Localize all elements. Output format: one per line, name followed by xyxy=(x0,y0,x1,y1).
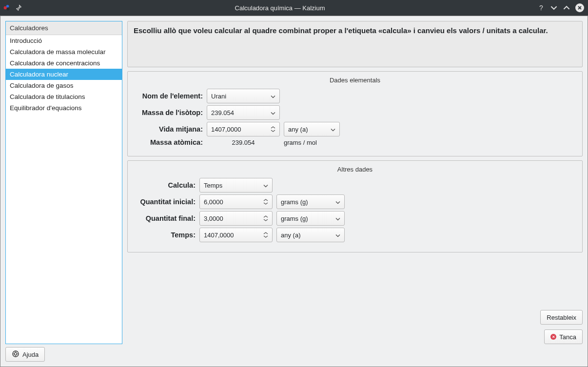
sidebar-item-molecular-mass[interactable]: Calculadora de massa molecular xyxy=(6,46,122,58)
spin-buttons-icon xyxy=(263,212,270,224)
time-spin[interactable]: 1407,0000 xyxy=(199,228,273,242)
svg-point-2 xyxy=(7,8,10,11)
final-amount-unit-select[interactable]: grams (g) xyxy=(276,211,345,226)
titlebar: Calculadora química — Kalzium ? xyxy=(0,0,588,16)
chevron-down-icon xyxy=(331,126,335,133)
group-other-data: Altres dades Calcula: Temps Quantitat in… xyxy=(127,160,583,252)
window-title: Calculadora química — Kalzium xyxy=(22,4,537,12)
calculate-select[interactable]: Temps xyxy=(199,178,273,193)
initial-amount-unit-select[interactable]: grams (g) xyxy=(276,194,345,209)
isotope-mass-label: Massa de l'isòtop: xyxy=(135,109,203,116)
initial-amount-label: Quantitat inicial: xyxy=(135,198,196,206)
sidebar-item-gas[interactable]: Calculadora de gasos xyxy=(6,80,122,91)
group1-title: Dades elementals xyxy=(135,77,575,84)
chevron-down-icon xyxy=(271,109,275,116)
sidebar-item-titration[interactable]: Calculadora de titulacions xyxy=(6,91,122,102)
close-dot-icon xyxy=(550,334,556,340)
halflife-unit-value: any (a) xyxy=(288,126,308,133)
atomic-mass-value: 239.054 xyxy=(207,139,280,146)
close-button[interactable]: Tanca xyxy=(544,329,583,344)
pin-icon[interactable] xyxy=(15,4,22,12)
minimize-icon[interactable] xyxy=(550,4,558,12)
element-name-value: Urani xyxy=(211,93,226,100)
sidebar-header: Calculadores xyxy=(6,21,122,35)
spin-buttons-icon xyxy=(271,123,277,135)
halflife-unit-select[interactable]: any (a) xyxy=(284,122,340,136)
app-icon xyxy=(3,4,11,12)
group-elemental-data: Dades elementals Nom de l'element: Urani… xyxy=(127,71,583,156)
sidebar-item-equation[interactable]: Equilibrador d'equacions xyxy=(6,102,122,114)
chevron-down-icon xyxy=(335,198,340,206)
chevron-down-icon xyxy=(271,93,275,100)
group2-title: Altres dades xyxy=(135,166,575,173)
chevron-down-icon xyxy=(335,232,340,239)
time-unit-select[interactable]: any (a) xyxy=(276,228,345,242)
isotope-mass-select[interactable]: 239.054 xyxy=(207,105,280,120)
window-body: Calculadores Introducció Calculadora de … xyxy=(0,16,588,367)
atomic-mass-label: Massa atòmica: xyxy=(135,138,203,146)
time-value: 1407,0000 xyxy=(204,232,234,239)
initial-amount-unit-value: grams (g) xyxy=(281,198,308,206)
help-ring-icon xyxy=(12,350,20,359)
close-icon[interactable] xyxy=(575,3,584,12)
close-button-label: Tanca xyxy=(559,333,576,341)
initial-amount-value: 6,0000 xyxy=(204,198,223,206)
halflife-spin[interactable]: 1407,0000 xyxy=(207,122,280,136)
spin-buttons-icon xyxy=(263,229,270,241)
reset-button[interactable]: Restableix xyxy=(540,310,583,325)
help-icon[interactable]: ? xyxy=(537,4,545,12)
final-amount-unit-value: grams (g) xyxy=(281,215,308,222)
element-name-select[interactable]: Urani xyxy=(207,89,280,103)
sidebar-item-intro[interactable]: Introducció xyxy=(6,35,122,46)
sidebar-item-concentration[interactable]: Calculadora de concentracions xyxy=(6,58,122,69)
calculate-label: Calcula: xyxy=(135,181,196,189)
calculate-value: Temps xyxy=(204,182,222,189)
help-button[interactable]: Ajuda xyxy=(5,347,45,362)
final-amount-spin[interactable]: 3,0000 xyxy=(199,211,273,226)
spin-buttons-icon xyxy=(263,196,270,208)
final-amount-value: 3,0000 xyxy=(204,215,223,222)
initial-amount-spin[interactable]: 6,0000 xyxy=(199,194,273,209)
chevron-down-icon xyxy=(263,182,268,189)
halflife-label: Vida mitjana: xyxy=(135,125,203,133)
chevron-down-icon xyxy=(335,215,340,222)
element-name-label: Nom de l'element: xyxy=(135,92,203,100)
help-button-label: Ajuda xyxy=(22,351,39,358)
sidebar-item-nuclear[interactable]: Calculadora nuclear xyxy=(6,69,122,80)
calculator-list: Calculadores Introducció Calculadora de … xyxy=(5,21,122,344)
time-label: Temps: xyxy=(135,231,196,239)
svg-point-1 xyxy=(6,5,9,8)
final-amount-label: Quantitat final: xyxy=(135,214,196,222)
content-pane: Escolliu allò que voleu calcular al quad… xyxy=(127,21,583,344)
maximize-icon[interactable] xyxy=(563,4,570,12)
reset-button-label: Restableix xyxy=(547,314,576,321)
svg-point-4 xyxy=(14,352,17,355)
instructions-text: Escolliu allò que voleu calcular al quad… xyxy=(127,21,583,67)
isotope-mass-value: 239.054 xyxy=(211,109,234,116)
time-unit-value: any (a) xyxy=(281,232,300,239)
halflife-value: 1407,0000 xyxy=(211,126,241,133)
atomic-mass-unit: grams / mol xyxy=(284,139,317,146)
